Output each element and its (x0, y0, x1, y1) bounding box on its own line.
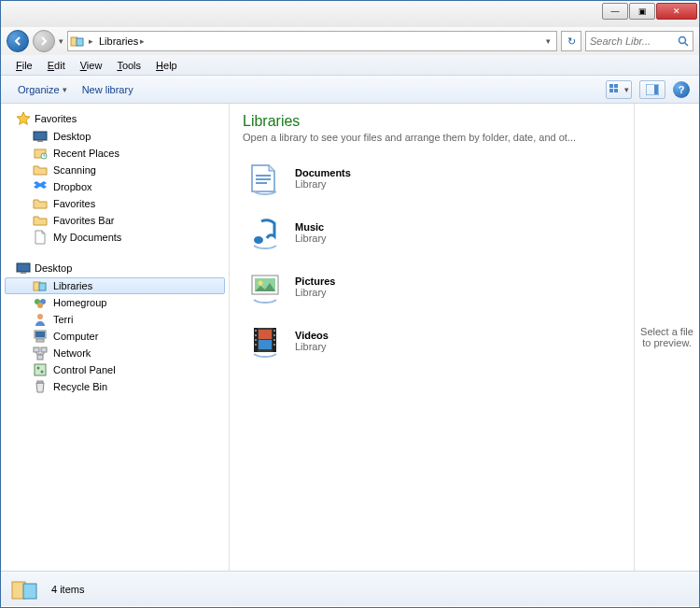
preview-pane-button[interactable] (639, 80, 665, 99)
menu-file[interactable]: File (8, 58, 40, 73)
folder-icon (33, 196, 48, 211)
nav-item-computer[interactable]: Computer (1, 328, 229, 345)
maximize-button[interactable]: ▣ (629, 3, 655, 20)
nav-item-libraries[interactable]: Libraries (5, 277, 225, 294)
history-dropdown[interactable]: ▾ (59, 36, 63, 46)
svg-rect-10 (34, 132, 47, 140)
pictures-icon (246, 268, 284, 305)
svg-rect-49 (273, 344, 275, 346)
svg-rect-7 (614, 89, 618, 92)
nav-item-recent-places[interactable]: Recent Places (1, 145, 229, 162)
page-subheading: Open a library to see your files and arr… (243, 132, 621, 143)
nav-item-scanning[interactable]: Scanning (1, 162, 229, 178)
forward-button[interactable] (33, 30, 55, 52)
desktop-icon (33, 129, 48, 144)
library-item-videos[interactable]: VideosLibrary (243, 317, 621, 365)
change-view-button[interactable]: ▾ (606, 80, 632, 99)
breadcrumb-libraries[interactable]: Libraries ▸ (97, 35, 147, 47)
network-icon (33, 346, 48, 361)
svg-rect-33 (256, 178, 271, 180)
svg-rect-51 (259, 340, 272, 349)
music-icon (246, 214, 284, 251)
recent-icon (33, 146, 48, 161)
documents-icon (246, 160, 284, 197)
svg-point-30 (41, 371, 44, 374)
preview-pane-icon (646, 84, 659, 95)
page-heading: Libraries (243, 113, 621, 130)
back-button[interactable] (7, 30, 29, 52)
nav-item-dropbox[interactable]: Dropbox (1, 178, 229, 195)
svg-rect-24 (36, 339, 44, 342)
nav-desktop-label: Desktop (35, 262, 72, 274)
svg-point-2 (679, 37, 686, 44)
library-sub: Library (295, 287, 327, 298)
refresh-button[interactable]: ↻ (561, 31, 581, 51)
nav-favorites-header[interactable]: Favorites (1, 109, 229, 128)
preview-text: Select a file to preview. (638, 326, 695, 348)
folder-icon (33, 213, 48, 228)
search-input[interactable] (590, 35, 678, 47)
breadcrumb-label: Libraries (99, 35, 138, 47)
svg-rect-11 (37, 140, 43, 142)
computer-icon (33, 329, 48, 344)
control-panel-icon (33, 362, 48, 377)
help-button[interactable]: ? (673, 81, 690, 98)
nav-item-favorites-bar[interactable]: Favorites Bar (1, 212, 229, 229)
library-item-music[interactable]: MusicLibrary (243, 208, 621, 257)
search-icon (678, 35, 689, 47)
menu-view[interactable]: View (73, 58, 110, 73)
nav-item-terri[interactable]: Terri (1, 311, 229, 328)
dropbox-icon (33, 179, 48, 194)
status-bar: 4 items (1, 571, 699, 606)
minimize-button[interactable]: — (602, 3, 628, 20)
menu-help[interactable]: Help (148, 58, 185, 73)
nav-item-favorites-folder[interactable]: Favorites (1, 195, 229, 212)
svg-point-21 (37, 314, 43, 319)
close-button[interactable]: ✕ (656, 3, 697, 20)
nav-item-desktop[interactable]: Desktop (1, 128, 229, 145)
new-library-button[interactable]: New library (75, 81, 141, 98)
svg-rect-1 (77, 38, 83, 46)
svg-point-29 (37, 367, 40, 370)
library-item-documents[interactable]: DocumentsLibrary (243, 154, 621, 203)
preview-pane: Select a file to preview. (634, 104, 699, 571)
desktop-icon (16, 261, 31, 276)
videos-icon (246, 322, 284, 360)
nav-item-homegroup[interactable]: Homegroup (1, 294, 229, 311)
svg-rect-32 (256, 175, 271, 177)
document-icon (33, 230, 48, 245)
explorer-body: Favorites Desktop Recent Places Scanning… (1, 104, 699, 571)
nav-item-recycle-bin[interactable]: Recycle Bin (1, 378, 229, 395)
nav-bar: ▾ ▸ Libraries ▸ ▾ ↻ (1, 27, 699, 55)
svg-rect-50 (259, 330, 272, 339)
svg-rect-53 (23, 584, 36, 599)
menu-tools[interactable]: Tools (109, 58, 148, 73)
navigation-pane: Favorites Desktop Recent Places Scanning… (1, 104, 230, 571)
star-icon (16, 111, 31, 126)
svg-rect-48 (273, 339, 275, 341)
view-icon (609, 84, 623, 95)
homegroup-icon (33, 295, 48, 310)
nav-item-control-panel[interactable]: Control Panel (1, 361, 229, 378)
menu-edit[interactable]: Edit (40, 58, 73, 73)
library-sub: Library (295, 341, 327, 352)
address-bar[interactable]: ▸ Libraries ▸ ▾ (67, 31, 557, 51)
organize-button[interactable]: Organize ▾ (10, 81, 75, 98)
arrow-left-icon (13, 36, 22, 46)
svg-rect-45 (255, 344, 257, 346)
search-box[interactable] (585, 31, 693, 51)
address-dropdown[interactable]: ▾ (546, 36, 551, 46)
status-text: 4 items (51, 584, 84, 595)
library-item-pictures[interactable]: PicturesLibrary (243, 262, 621, 311)
library-sub: Library (295, 233, 327, 244)
nav-item-network[interactable]: Network (1, 345, 229, 361)
svg-point-35 (254, 236, 263, 244)
library-name: Music (295, 221, 324, 233)
svg-rect-46 (273, 330, 275, 332)
svg-rect-43 (255, 334, 257, 336)
nav-item-my-documents[interactable]: My Documents (1, 229, 229, 246)
nav-desktop-header[interactable]: Desktop (1, 259, 229, 277)
svg-rect-6 (609, 89, 613, 92)
svg-rect-17 (39, 283, 46, 290)
arrow-right-icon (39, 36, 49, 46)
